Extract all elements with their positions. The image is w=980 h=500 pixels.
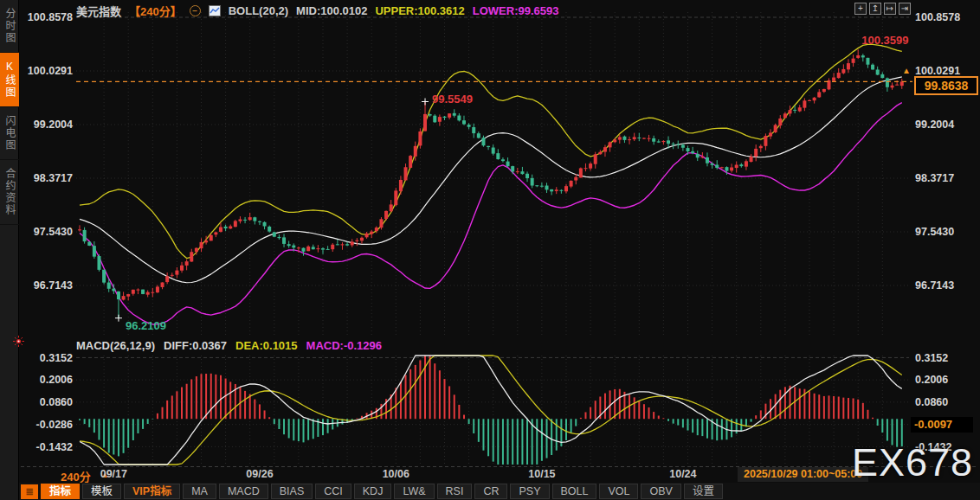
high-price-marker: 100.3599 — [861, 34, 908, 47]
y-axis-tick-label: -0.1432 — [36, 441, 73, 453]
toolbar-button-VIP指标[interactable]: VIP指标 — [124, 484, 180, 499]
symbol-name: 美元指数 — [76, 3, 121, 19]
toolbar-button-PSY[interactable]: PSY — [510, 484, 549, 499]
y-axis-tick-label: 96.7143 — [34, 279, 73, 292]
y-axis-tick-label: 100.8578 — [915, 11, 960, 23]
last-price-arrow-icon: ▲ — [902, 66, 911, 75]
candlestick-chart-canvas[interactable]: 100.8578100.8578100.0291100.029199.20049… — [0, 0, 980, 500]
chart-app-window: 100.8578100.8578100.0291100.029199.20049… — [0, 0, 980, 500]
boll-mid-value: MID:100.0102 — [296, 4, 367, 17]
y-axis-tick-label: 96.7143 — [915, 279, 954, 292]
toolbar-button-KDJ[interactable]: KDJ — [354, 484, 392, 499]
macd-dea-value: DEA:0.1015 — [235, 339, 298, 352]
x-axis-tick-10/24: 10/24 — [669, 468, 696, 480]
macd-panel — [80, 356, 902, 465]
y-axis-tick-label: 99.2004 — [915, 119, 954, 131]
swing-high-price-marker: 99.5549 — [432, 93, 473, 106]
y-axis-tick-label: 98.3717 — [34, 172, 73, 184]
y-axis-tick-label: -0.0286 — [36, 419, 73, 431]
price-panel — [78, 44, 904, 324]
y-axis-tick-label: 98.3717 — [915, 172, 954, 184]
y-axis-tick-label: 0.0860 — [40, 396, 73, 408]
y-axis-tick-label: 100.8578 — [28, 11, 73, 23]
chart-tool-icon-strip: +↥↦⇥ — [854, 3, 911, 15]
toolbar-button-BIAS[interactable]: BIAS — [271, 484, 313, 499]
toolbar-button-MACD[interactable]: MACD — [219, 484, 268, 499]
boll-params-label: BOLL(20,2) — [229, 4, 288, 17]
macd-header: MACD(26,12,9) DIFF:0.0367 DEA:0.1015 MAC… — [76, 339, 382, 352]
y-axis-tick-label: 100.0291 — [915, 65, 960, 77]
y-axis-tick-label: 99.2004 — [34, 119, 73, 131]
toolbar-button-OBV[interactable]: OBV — [641, 484, 680, 499]
exit-right-icon[interactable]: ⇥ — [899, 3, 911, 15]
toolbar-button-LW&[interactable]: LW& — [394, 484, 434, 499]
y-axis-tick-label: 0.3152 — [915, 352, 948, 364]
toolbar-button-设置[interactable]: 设置 — [684, 484, 723, 499]
mini-chart-icon — [209, 5, 221, 16]
macd-diff-value: DIFF:0.0367 — [164, 339, 227, 352]
boll-lower-value: LOWER:99.6593 — [473, 4, 559, 17]
axis-up-icon[interactable]: ↥ — [869, 3, 881, 15]
x-axis-tick-09/17: 09/17 — [100, 468, 127, 480]
ex678-watermark: EX678 — [852, 443, 973, 482]
sidebar-tab-0[interactable]: 分时图 — [0, 0, 19, 53]
sidebar-tab-3[interactable]: 合约资料 — [0, 160, 19, 225]
y-axis-tick-label: 0.3152 — [40, 352, 73, 364]
axis-right-icon[interactable]: ↦ — [884, 3, 896, 15]
period-tag[interactable]: 【240分】 — [129, 3, 182, 19]
last-price-box[interactable]: 99.8638 — [914, 76, 978, 95]
toolbar-button-RSI[interactable]: RSI — [437, 484, 473, 499]
boll-upper-value: UPPER:100.3612 — [375, 4, 464, 17]
macd-value: MACD:-0.1296 — [306, 339, 382, 352]
y-axis-tick-label: 100.0291 — [28, 65, 73, 77]
chart-header: 美元指数 【240分】 − BOLL(20,2) MID:100.0102 UP… — [76, 3, 559, 17]
macd-last-value-box: -0.0097 — [911, 417, 973, 433]
y-axis-tick-label: 97.5430 — [915, 226, 954, 238]
current-bar-range-label: 2025/10/29 01:00~05:00 — [738, 467, 868, 482]
x-axis-tick-09/26: 09/26 — [246, 468, 273, 480]
macd-params-label: MACD(26,12,9) — [76, 339, 155, 352]
toolbar-button-VOL[interactable]: VOL — [599, 484, 638, 499]
toolbar-button-CCI[interactable]: CCI — [315, 484, 351, 499]
y-axis-tick-label: 0.0860 — [915, 396, 948, 408]
y-axis-tick-label: 0.2006 — [40, 374, 73, 386]
live-beacon-icon[interactable] — [13, 335, 24, 350]
sidebar-tab-2[interactable]: 闪电图 — [0, 107, 19, 160]
low-price-marker: 96.2109 — [126, 319, 166, 332]
collapse-indicator-icon[interactable]: − — [190, 5, 201, 16]
toolbar-button-CR[interactable]: CR — [474, 484, 507, 499]
y-axis-tick-label: 0.2006 — [915, 374, 948, 386]
crosshair-icon[interactable]: + — [854, 3, 867, 15]
toolbar-button-MA[interactable]: MA — [183, 484, 216, 499]
toolbar-button-BOLL[interactable]: BOLL — [552, 484, 597, 499]
y-axis-tick-label: 97.5430 — [34, 226, 73, 238]
x-axis-tick-10/06: 10/06 — [383, 468, 409, 480]
toolbar-button-指标[interactable]: 指标 — [41, 484, 80, 499]
toolbar-button-模板[interactable]: 模板 — [82, 484, 121, 499]
chart-type-sidebar: 分时图K线图闪电图合约资料 — [0, 0, 19, 500]
x-axis-tick-10/15: 10/15 — [528, 468, 555, 480]
indicator-toolbar: ≣ 指标模板VIP指标MAMACDBIASCCIKDJLW&RSICRPSYBO… — [19, 483, 980, 500]
indicator-menu-icon[interactable]: ≣ — [21, 484, 38, 499]
sidebar-tab-1[interactable]: K线图 — [0, 53, 19, 107]
